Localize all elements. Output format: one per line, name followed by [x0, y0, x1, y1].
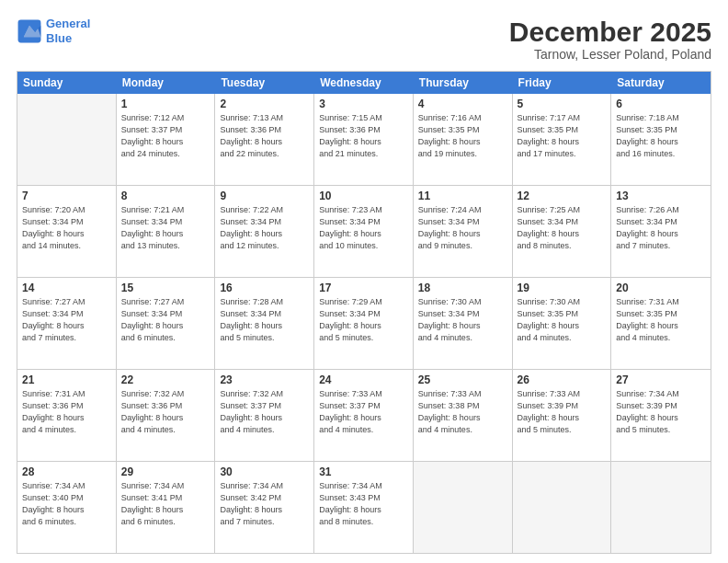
- cal-cell-0-5: 5Sunrise: 7:17 AM Sunset: 3:35 PM Daylig…: [513, 94, 612, 185]
- cal-cell-4-2: 30Sunrise: 7:34 AM Sunset: 3:42 PM Dayli…: [215, 462, 314, 553]
- day-number-3: 3: [319, 98, 408, 110]
- day-number-28: 28: [22, 465, 111, 478]
- day-number-9: 9: [220, 190, 309, 202]
- day-number-16: 16: [220, 282, 309, 294]
- cal-cell-4-1: 29Sunrise: 7:34 AM Sunset: 3:41 PM Dayli…: [117, 462, 216, 553]
- cal-cell-1-3: 10Sunrise: 7:23 AM Sunset: 3:34 PM Dayli…: [314, 186, 414, 277]
- cal-cell-0-3: 3Sunrise: 7:15 AM Sunset: 3:36 PM Daylig…: [314, 94, 414, 185]
- cell-info-1: Sunrise: 7:12 AM Sunset: 3:37 PM Dayligh…: [121, 112, 210, 160]
- day-number-25: 25: [418, 373, 507, 386]
- week-row-4: 28Sunrise: 7:34 AM Sunset: 3:40 PM Dayli…: [17, 462, 711, 553]
- day-number-6: 6: [616, 98, 706, 110]
- logo-icon: [17, 18, 42, 44]
- week-row-2: 14Sunrise: 7:27 AM Sunset: 3:34 PM Dayli…: [17, 278, 711, 370]
- cal-cell-3-0: 21Sunrise: 7:31 AM Sunset: 3:36 PM Dayli…: [17, 370, 117, 461]
- header-tuesday: Tuesday: [215, 72, 314, 94]
- day-number-10: 10: [319, 190, 408, 202]
- cal-cell-0-1: 1Sunrise: 7:12 AM Sunset: 3:37 PM Daylig…: [117, 94, 216, 185]
- cal-cell-3-1: 22Sunrise: 7:32 AM Sunset: 3:36 PM Dayli…: [117, 370, 216, 461]
- cal-cell-1-0: 7Sunrise: 7:20 AM Sunset: 3:34 PM Daylig…: [17, 186, 117, 277]
- title-block: December 2025 Tarnow, Lesser Poland, Pol…: [509, 17, 711, 62]
- cal-cell-4-3: 31Sunrise: 7:34 AM Sunset: 3:43 PM Dayli…: [314, 462, 414, 553]
- cell-info-10: Sunrise: 7:23 AM Sunset: 3:34 PM Dayligh…: [319, 204, 408, 252]
- cal-cell-2-4: 18Sunrise: 7:30 AM Sunset: 3:34 PM Dayli…: [414, 278, 513, 369]
- day-number-19: 19: [518, 282, 607, 294]
- day-number-21: 21: [22, 373, 111, 386]
- cell-info-18: Sunrise: 7:30 AM Sunset: 3:34 PM Dayligh…: [418, 296, 507, 344]
- week-row-0: 1Sunrise: 7:12 AM Sunset: 3:37 PM Daylig…: [17, 94, 711, 186]
- cal-cell-3-6: 27Sunrise: 7:34 AM Sunset: 3:39 PM Dayli…: [611, 370, 711, 461]
- cal-cell-3-5: 26Sunrise: 7:33 AM Sunset: 3:39 PM Dayli…: [513, 370, 612, 461]
- cal-cell-2-5: 19Sunrise: 7:30 AM Sunset: 3:35 PM Dayli…: [513, 278, 612, 369]
- cal-cell-1-1: 8Sunrise: 7:21 AM Sunset: 3:34 PM Daylig…: [117, 186, 216, 277]
- day-number-26: 26: [518, 373, 607, 386]
- cal-cell-0-4: 4Sunrise: 7:16 AM Sunset: 3:35 PM Daylig…: [414, 94, 513, 185]
- cell-info-12: Sunrise: 7:25 AM Sunset: 3:34 PM Dayligh…: [518, 204, 607, 252]
- header-friday: Friday: [513, 72, 612, 94]
- header-wednesday: Wednesday: [314, 72, 414, 94]
- cell-info-13: Sunrise: 7:26 AM Sunset: 3:34 PM Dayligh…: [616, 204, 706, 252]
- cell-info-27: Sunrise: 7:34 AM Sunset: 3:39 PM Dayligh…: [616, 388, 706, 436]
- cell-info-25: Sunrise: 7:33 AM Sunset: 3:38 PM Dayligh…: [418, 388, 507, 436]
- page: General Blue December 2025 Tarnow, Lesse…: [0, 0, 728, 563]
- week-row-1: 7Sunrise: 7:20 AM Sunset: 3:34 PM Daylig…: [17, 186, 711, 278]
- logo-line1: General: [46, 17, 90, 30]
- header: General Blue December 2025 Tarnow, Lesse…: [17, 17, 711, 62]
- cell-info-6: Sunrise: 7:18 AM Sunset: 3:35 PM Dayligh…: [616, 112, 706, 160]
- day-number-4: 4: [418, 98, 507, 110]
- cell-info-9: Sunrise: 7:22 AM Sunset: 3:34 PM Dayligh…: [220, 204, 309, 252]
- cell-info-5: Sunrise: 7:17 AM Sunset: 3:35 PM Dayligh…: [518, 112, 607, 160]
- day-number-12: 12: [518, 190, 607, 202]
- cal-cell-0-6: 6Sunrise: 7:18 AM Sunset: 3:35 PM Daylig…: [611, 94, 711, 185]
- day-number-8: 8: [121, 190, 210, 202]
- cal-cell-2-6: 20Sunrise: 7:31 AM Sunset: 3:35 PM Dayli…: [611, 278, 711, 369]
- cal-cell-3-3: 24Sunrise: 7:33 AM Sunset: 3:37 PM Dayli…: [314, 370, 414, 461]
- cal-cell-4-4: [414, 462, 513, 553]
- cal-cell-1-2: 9Sunrise: 7:22 AM Sunset: 3:34 PM Daylig…: [215, 186, 314, 277]
- day-number-29: 29: [121, 465, 210, 478]
- day-number-18: 18: [418, 282, 507, 294]
- cal-cell-1-6: 13Sunrise: 7:26 AM Sunset: 3:34 PM Dayli…: [611, 186, 711, 277]
- cal-cell-4-0: 28Sunrise: 7:34 AM Sunset: 3:40 PM Dayli…: [17, 462, 117, 553]
- day-number-23: 23: [220, 373, 309, 386]
- logo-text: General Blue: [46, 17, 90, 45]
- day-number-17: 17: [319, 282, 408, 294]
- day-number-11: 11: [418, 190, 507, 202]
- cell-info-28: Sunrise: 7:34 AM Sunset: 3:40 PM Dayligh…: [22, 480, 111, 528]
- day-number-27: 27: [616, 373, 706, 386]
- location: Tarnow, Lesser Poland, Poland: [509, 47, 711, 62]
- cell-info-26: Sunrise: 7:33 AM Sunset: 3:39 PM Dayligh…: [518, 388, 607, 436]
- cell-info-3: Sunrise: 7:15 AM Sunset: 3:36 PM Dayligh…: [319, 112, 408, 160]
- day-number-1: 1: [121, 98, 210, 110]
- cal-cell-3-4: 25Sunrise: 7:33 AM Sunset: 3:38 PM Dayli…: [414, 370, 513, 461]
- day-number-2: 2: [220, 98, 309, 110]
- cell-info-29: Sunrise: 7:34 AM Sunset: 3:41 PM Dayligh…: [121, 480, 210, 528]
- cal-cell-3-2: 23Sunrise: 7:32 AM Sunset: 3:37 PM Dayli…: [215, 370, 314, 461]
- cell-info-11: Sunrise: 7:24 AM Sunset: 3:34 PM Dayligh…: [418, 204, 507, 252]
- header-thursday: Thursday: [414, 72, 513, 94]
- cell-info-8: Sunrise: 7:21 AM Sunset: 3:34 PM Dayligh…: [121, 204, 210, 252]
- cell-info-2: Sunrise: 7:13 AM Sunset: 3:36 PM Dayligh…: [220, 112, 309, 160]
- header-monday: Monday: [117, 72, 216, 94]
- cell-info-7: Sunrise: 7:20 AM Sunset: 3:34 PM Dayligh…: [22, 204, 111, 252]
- day-number-20: 20: [616, 282, 706, 294]
- header-sunday: Sunday: [17, 72, 117, 94]
- day-number-24: 24: [319, 373, 408, 386]
- cell-info-19: Sunrise: 7:30 AM Sunset: 3:35 PM Dayligh…: [518, 296, 607, 344]
- cell-info-15: Sunrise: 7:27 AM Sunset: 3:34 PM Dayligh…: [121, 296, 210, 344]
- cell-info-14: Sunrise: 7:27 AM Sunset: 3:34 PM Dayligh…: [22, 296, 111, 344]
- cal-cell-2-1: 15Sunrise: 7:27 AM Sunset: 3:34 PM Dayli…: [117, 278, 216, 369]
- cell-info-23: Sunrise: 7:32 AM Sunset: 3:37 PM Dayligh…: [220, 388, 309, 436]
- calendar: Sunday Monday Tuesday Wednesday Thursday…: [17, 71, 711, 554]
- day-number-14: 14: [22, 282, 111, 294]
- cal-cell-2-2: 16Sunrise: 7:28 AM Sunset: 3:34 PM Dayli…: [215, 278, 314, 369]
- cell-info-31: Sunrise: 7:34 AM Sunset: 3:43 PM Dayligh…: [319, 480, 408, 528]
- cal-cell-0-2: 2Sunrise: 7:13 AM Sunset: 3:36 PM Daylig…: [215, 94, 314, 185]
- cell-info-4: Sunrise: 7:16 AM Sunset: 3:35 PM Dayligh…: [418, 112, 507, 160]
- cal-cell-2-3: 17Sunrise: 7:29 AM Sunset: 3:34 PM Dayli…: [314, 278, 414, 369]
- cal-cell-4-5: [513, 462, 612, 553]
- cal-cell-1-5: 12Sunrise: 7:25 AM Sunset: 3:34 PM Dayli…: [513, 186, 612, 277]
- cal-cell-4-6: [611, 462, 711, 553]
- cell-info-22: Sunrise: 7:32 AM Sunset: 3:36 PM Dayligh…: [121, 388, 210, 436]
- calendar-header: Sunday Monday Tuesday Wednesday Thursday…: [17, 72, 711, 94]
